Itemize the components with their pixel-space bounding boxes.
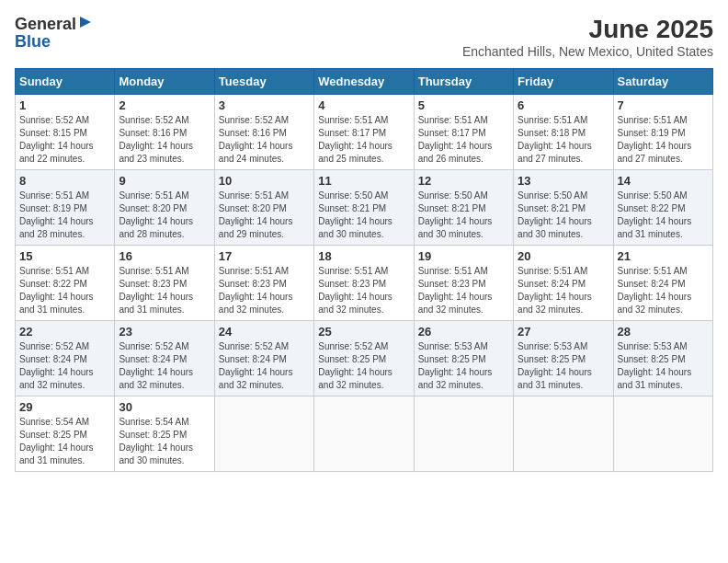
day-info: Sunrise: 5:52 AMSunset: 8:15 PMDaylight:… <box>19 114 110 166</box>
calendar-cell: 11Sunrise: 5:50 AMSunset: 8:21 PMDayligh… <box>314 170 414 246</box>
day-number: 14 <box>618 174 709 188</box>
day-info: Sunrise: 5:51 AMSunset: 8:18 PMDaylight:… <box>518 114 609 166</box>
day-info: Sunrise: 5:52 AMSunset: 8:24 PMDaylight:… <box>219 340 310 392</box>
day-number: 24 <box>219 325 310 339</box>
day-number: 17 <box>219 249 310 263</box>
day-info: Sunrise: 5:50 AMSunset: 8:21 PMDaylight:… <box>318 190 409 241</box>
svg-marker-0 <box>80 17 91 28</box>
calendar-cell: 13Sunrise: 5:50 AMSunset: 8:21 PMDayligh… <box>514 170 613 246</box>
calendar-cell: 3Sunrise: 5:52 AMSunset: 8:16 PMDaylight… <box>214 95 313 170</box>
calendar-cell: 27Sunrise: 5:53 AMSunset: 8:25 PMDayligh… <box>514 321 613 396</box>
calendar-cell: 20Sunrise: 5:51 AMSunset: 8:24 PMDayligh… <box>514 246 613 321</box>
col-header-saturday: Saturday <box>613 69 712 95</box>
calendar-cell: 28Sunrise: 5:53 AMSunset: 8:25 PMDayligh… <box>613 321 712 396</box>
logo: General Blue <box>15 15 93 50</box>
calendar-cell: 24Sunrise: 5:52 AMSunset: 8:24 PMDayligh… <box>214 321 313 396</box>
calendar-week-row: 29Sunrise: 5:54 AMSunset: 8:25 PMDayligh… <box>16 396 713 472</box>
day-number: 30 <box>119 400 210 414</box>
day-info: Sunrise: 5:51 AMSunset: 8:23 PMDaylight:… <box>119 265 210 316</box>
day-info: Sunrise: 5:51 AMSunset: 8:24 PMDaylight:… <box>518 265 609 316</box>
calendar-cell <box>414 396 513 472</box>
day-info: Sunrise: 5:52 AMSunset: 8:16 PMDaylight:… <box>119 114 210 166</box>
calendar-cell: 25Sunrise: 5:52 AMSunset: 8:25 PMDayligh… <box>314 321 414 396</box>
day-number: 15 <box>19 249 110 263</box>
calendar-cell: 6Sunrise: 5:51 AMSunset: 8:18 PMDaylight… <box>514 95 613 170</box>
day-number: 21 <box>618 249 709 263</box>
logo-general-text: General <box>15 16 76 32</box>
day-number: 9 <box>119 174 210 188</box>
day-info: Sunrise: 5:51 AMSunset: 8:23 PMDaylight:… <box>219 265 310 316</box>
day-number: 3 <box>219 98 310 112</box>
title-area: June 2025 Enchanted Hills, New Mexico, U… <box>462 15 713 59</box>
day-info: Sunrise: 5:52 AMSunset: 8:25 PMDaylight:… <box>318 340 409 392</box>
day-info: Sunrise: 5:51 AMSunset: 8:24 PMDaylight:… <box>618 265 709 316</box>
day-info: Sunrise: 5:51 AMSunset: 8:22 PMDaylight:… <box>19 265 110 316</box>
calendar-table: SundayMondayTuesdayWednesdayThursdayFrid… <box>15 68 713 472</box>
col-header-wednesday: Wednesday <box>314 69 414 95</box>
day-info: Sunrise: 5:50 AMSunset: 8:21 PMDaylight:… <box>418 190 509 241</box>
calendar-cell: 21Sunrise: 5:51 AMSunset: 8:24 PMDayligh… <box>613 246 712 321</box>
day-number: 6 <box>518 98 609 112</box>
day-number: 11 <box>318 174 409 188</box>
logo-blue-text: Blue <box>15 33 51 50</box>
calendar-cell <box>214 396 313 472</box>
col-header-friday: Friday <box>514 69 613 95</box>
day-info: Sunrise: 5:50 AMSunset: 8:22 PMDaylight:… <box>618 190 709 241</box>
calendar-week-row: 1Sunrise: 5:52 AMSunset: 8:15 PMDaylight… <box>16 95 713 170</box>
day-number: 13 <box>518 174 609 188</box>
calendar-cell: 8Sunrise: 5:51 AMSunset: 8:19 PMDaylight… <box>16 170 115 246</box>
day-number: 23 <box>119 325 210 339</box>
day-number: 10 <box>219 174 310 188</box>
day-number: 26 <box>418 325 509 339</box>
day-info: Sunrise: 5:52 AMSunset: 8:24 PMDaylight:… <box>19 340 110 392</box>
day-info: Sunrise: 5:54 AMSunset: 8:25 PMDaylight:… <box>19 416 110 467</box>
calendar-cell: 17Sunrise: 5:51 AMSunset: 8:23 PMDayligh… <box>214 246 313 321</box>
day-info: Sunrise: 5:53 AMSunset: 8:25 PMDaylight:… <box>518 340 609 392</box>
calendar-header-row: SundayMondayTuesdayWednesdayThursdayFrid… <box>16 69 713 95</box>
day-number: 20 <box>518 249 609 263</box>
calendar-cell: 26Sunrise: 5:53 AMSunset: 8:25 PMDayligh… <box>414 321 513 396</box>
day-info: Sunrise: 5:53 AMSunset: 8:25 PMDaylight:… <box>418 340 509 392</box>
day-number: 4 <box>318 98 409 112</box>
day-number: 16 <box>119 249 210 263</box>
calendar-week-row: 8Sunrise: 5:51 AMSunset: 8:19 PMDaylight… <box>16 170 713 246</box>
day-number: 8 <box>19 174 110 188</box>
day-number: 19 <box>418 249 509 263</box>
calendar-cell: 15Sunrise: 5:51 AMSunset: 8:22 PMDayligh… <box>16 246 115 321</box>
calendar-cell: 10Sunrise: 5:51 AMSunset: 8:20 PMDayligh… <box>214 170 313 246</box>
day-number: 28 <box>618 325 709 339</box>
col-header-monday: Monday <box>115 69 214 95</box>
day-info: Sunrise: 5:51 AMSunset: 8:20 PMDaylight:… <box>219 190 310 241</box>
day-number: 27 <box>518 325 609 339</box>
day-info: Sunrise: 5:51 AMSunset: 8:20 PMDaylight:… <box>119 190 210 241</box>
calendar-week-row: 22Sunrise: 5:52 AMSunset: 8:24 PMDayligh… <box>16 321 713 396</box>
day-info: Sunrise: 5:51 AMSunset: 8:23 PMDaylight:… <box>418 265 509 316</box>
day-info: Sunrise: 5:53 AMSunset: 8:25 PMDaylight:… <box>618 340 709 392</box>
day-info: Sunrise: 5:51 AMSunset: 8:19 PMDaylight:… <box>19 190 110 241</box>
day-number: 22 <box>19 325 110 339</box>
calendar-cell <box>314 396 414 472</box>
calendar-cell: 22Sunrise: 5:52 AMSunset: 8:24 PMDayligh… <box>16 321 115 396</box>
day-info: Sunrise: 5:52 AMSunset: 8:24 PMDaylight:… <box>119 340 210 392</box>
day-info: Sunrise: 5:51 AMSunset: 8:17 PMDaylight:… <box>318 114 409 166</box>
calendar-cell: 2Sunrise: 5:52 AMSunset: 8:16 PMDaylight… <box>115 95 214 170</box>
calendar-cell: 7Sunrise: 5:51 AMSunset: 8:19 PMDaylight… <box>613 95 712 170</box>
day-number: 7 <box>618 98 709 112</box>
logo-arrow-icon <box>78 15 93 29</box>
day-info: Sunrise: 5:51 AMSunset: 8:23 PMDaylight:… <box>318 265 409 316</box>
page-header: General Blue June 2025 Enchanted Hills, … <box>15 15 713 59</box>
col-header-tuesday: Tuesday <box>214 69 313 95</box>
calendar-cell: 16Sunrise: 5:51 AMSunset: 8:23 PMDayligh… <box>115 246 214 321</box>
calendar-cell: 12Sunrise: 5:50 AMSunset: 8:21 PMDayligh… <box>414 170 513 246</box>
calendar-cell: 30Sunrise: 5:54 AMSunset: 8:25 PMDayligh… <box>115 396 214 472</box>
day-info: Sunrise: 5:51 AMSunset: 8:19 PMDaylight:… <box>618 114 709 166</box>
day-info: Sunrise: 5:54 AMSunset: 8:25 PMDaylight:… <box>119 416 210 467</box>
location-title: Enchanted Hills, New Mexico, United Stat… <box>462 44 713 59</box>
day-number: 12 <box>418 174 509 188</box>
day-info: Sunrise: 5:52 AMSunset: 8:16 PMDaylight:… <box>219 114 310 166</box>
calendar-week-row: 15Sunrise: 5:51 AMSunset: 8:22 PMDayligh… <box>16 246 713 321</box>
calendar-cell: 9Sunrise: 5:51 AMSunset: 8:20 PMDaylight… <box>115 170 214 246</box>
col-header-thursday: Thursday <box>414 69 513 95</box>
calendar-cell: 29Sunrise: 5:54 AMSunset: 8:25 PMDayligh… <box>16 396 115 472</box>
day-number: 25 <box>318 325 409 339</box>
